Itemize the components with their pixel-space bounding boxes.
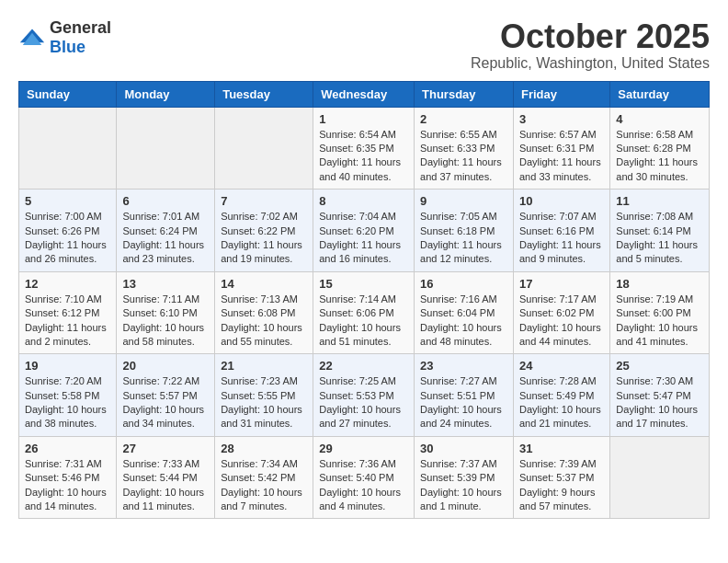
sunset-text: Sunset: 6:20 PM bbox=[319, 225, 393, 236]
daylight-text: Daylight: 11 hours and 30 minutes. bbox=[616, 156, 698, 181]
sunset-text: Sunset: 5:53 PM bbox=[319, 390, 393, 401]
weekday-header: Friday bbox=[513, 81, 609, 107]
calendar-cell: 5 Sunrise: 7:00 AM Sunset: 6:26 PM Dayli… bbox=[19, 190, 117, 272]
day-info: Sunrise: 7:37 AM Sunset: 5:39 PM Dayligh… bbox=[420, 457, 507, 514]
sunset-text: Sunset: 5:57 PM bbox=[122, 390, 197, 401]
calendar-cell: 28 Sunrise: 7:34 AM Sunset: 5:42 PM Dayl… bbox=[215, 436, 313, 519]
sunrise-text: Sunrise: 7:01 AM bbox=[122, 211, 199, 222]
day-info: Sunrise: 6:55 AM Sunset: 6:33 PM Dayligh… bbox=[420, 128, 507, 185]
day-number: 9 bbox=[420, 194, 507, 208]
day-number: 19 bbox=[25, 359, 110, 373]
calendar-cell: 4 Sunrise: 6:58 AM Sunset: 6:28 PM Dayli… bbox=[610, 107, 710, 190]
sunrise-text: Sunrise: 7:19 AM bbox=[616, 293, 693, 304]
sunrise-text: Sunrise: 6:58 AM bbox=[616, 129, 693, 140]
calendar-cell: 7 Sunrise: 7:02 AM Sunset: 6:22 PM Dayli… bbox=[215, 190, 313, 272]
calendar-cell bbox=[19, 107, 117, 190]
sunrise-text: Sunrise: 7:14 AM bbox=[319, 293, 396, 304]
day-number: 21 bbox=[221, 359, 307, 373]
title-block: October 2025 Republic, Washington, Unite… bbox=[471, 18, 710, 72]
day-number: 4 bbox=[616, 112, 703, 126]
weekday-header: Saturday bbox=[610, 81, 710, 107]
sunrise-text: Sunrise: 7:07 AM bbox=[519, 211, 597, 222]
daylight-text: Daylight: 11 hours and 2 minutes. bbox=[25, 322, 107, 347]
logo: General Blue bbox=[18, 18, 111, 57]
day-info: Sunrise: 7:25 AM Sunset: 5:53 PM Dayligh… bbox=[319, 374, 408, 431]
sunrise-text: Sunrise: 7:16 AM bbox=[420, 293, 497, 304]
day-number: 6 bbox=[122, 194, 209, 208]
daylight-text: Daylight: 10 hours and 44 minutes. bbox=[519, 322, 601, 347]
calendar-cell: 29 Sunrise: 7:36 AM Sunset: 5:40 PM Dayl… bbox=[313, 436, 415, 519]
day-number: 2 bbox=[420, 112, 507, 126]
sunset-text: Sunset: 5:39 PM bbox=[420, 472, 495, 483]
day-number: 17 bbox=[519, 277, 604, 291]
calendar-week-row: 5 Sunrise: 7:00 AM Sunset: 6:26 PM Dayli… bbox=[19, 190, 710, 272]
daylight-text: Daylight: 10 hours and 17 minutes. bbox=[616, 404, 698, 429]
calendar-cell: 21 Sunrise: 7:23 AM Sunset: 5:55 PM Dayl… bbox=[215, 354, 313, 437]
day-info: Sunrise: 7:01 AM Sunset: 6:24 PM Dayligh… bbox=[122, 210, 209, 267]
day-info: Sunrise: 7:23 AM Sunset: 5:55 PM Dayligh… bbox=[221, 374, 307, 431]
day-number: 11 bbox=[616, 194, 703, 208]
day-number: 31 bbox=[519, 442, 604, 455]
calendar-cell: 17 Sunrise: 7:17 AM Sunset: 6:02 PM Dayl… bbox=[513, 271, 609, 354]
sunset-text: Sunset: 6:16 PM bbox=[519, 225, 594, 236]
calendar-table: SundayMondayTuesdayWednesdayThursdayFrid… bbox=[18, 81, 710, 520]
daylight-text: Daylight: 11 hours and 23 minutes. bbox=[122, 239, 204, 264]
calendar-cell bbox=[215, 107, 313, 190]
sunrise-text: Sunrise: 7:10 AM bbox=[25, 293, 102, 304]
month-title: October 2025 bbox=[471, 18, 710, 55]
daylight-text: Daylight: 10 hours and 34 minutes. bbox=[122, 404, 204, 429]
sunset-text: Sunset: 6:24 PM bbox=[122, 225, 197, 236]
daylight-text: Daylight: 10 hours and 51 minutes. bbox=[319, 322, 401, 347]
weekday-header: Tuesday bbox=[215, 81, 313, 107]
sunrise-text: Sunrise: 7:37 AM bbox=[420, 458, 497, 469]
sunrise-text: Sunrise: 7:39 AM bbox=[519, 458, 597, 469]
daylight-text: Daylight: 9 hours and 57 minutes. bbox=[519, 487, 596, 511]
sunrise-text: Sunrise: 7:31 AM bbox=[25, 458, 102, 469]
sunset-text: Sunset: 6:35 PM bbox=[319, 143, 393, 154]
sunset-text: Sunset: 5:40 PM bbox=[319, 472, 393, 483]
day-number: 28 bbox=[221, 442, 307, 455]
daylight-text: Daylight: 10 hours and 38 minutes. bbox=[25, 404, 107, 429]
day-number: 16 bbox=[420, 277, 507, 291]
daylight-text: Daylight: 10 hours and 24 minutes. bbox=[420, 404, 502, 429]
daylight-text: Daylight: 10 hours and 21 minutes. bbox=[519, 404, 601, 429]
calendar-cell: 24 Sunrise: 7:28 AM Sunset: 5:49 PM Dayl… bbox=[513, 354, 609, 437]
sunrise-text: Sunrise: 7:34 AM bbox=[221, 458, 298, 469]
day-number: 14 bbox=[221, 277, 307, 291]
calendar-cell: 22 Sunrise: 7:25 AM Sunset: 5:53 PM Dayl… bbox=[313, 354, 415, 437]
day-info: Sunrise: 6:54 AM Sunset: 6:35 PM Dayligh… bbox=[319, 128, 408, 185]
day-number: 3 bbox=[519, 112, 604, 126]
sunrise-text: Sunrise: 7:05 AM bbox=[420, 211, 497, 222]
sunrise-text: Sunrise: 7:36 AM bbox=[319, 458, 396, 469]
daylight-text: Daylight: 11 hours and 33 minutes. bbox=[519, 156, 601, 181]
day-info: Sunrise: 6:58 AM Sunset: 6:28 PM Dayligh… bbox=[616, 128, 703, 185]
page-header: General Blue October 2025 Republic, Wash… bbox=[18, 18, 710, 72]
day-info: Sunrise: 7:34 AM Sunset: 5:42 PM Dayligh… bbox=[221, 457, 307, 514]
day-info: Sunrise: 7:02 AM Sunset: 6:22 PM Dayligh… bbox=[221, 210, 307, 267]
day-number: 29 bbox=[319, 442, 408, 455]
daylight-text: Daylight: 11 hours and 19 minutes. bbox=[221, 239, 302, 264]
day-info: Sunrise: 7:00 AM Sunset: 6:26 PM Dayligh… bbox=[25, 210, 110, 267]
logo-blue: Blue bbox=[50, 38, 85, 56]
day-number: 22 bbox=[319, 359, 408, 373]
calendar-cell: 14 Sunrise: 7:13 AM Sunset: 6:08 PM Dayl… bbox=[215, 271, 313, 354]
daylight-text: Daylight: 10 hours and 41 minutes. bbox=[616, 322, 698, 347]
calendar-cell: 3 Sunrise: 6:57 AM Sunset: 6:31 PM Dayli… bbox=[513, 107, 609, 190]
daylight-text: Daylight: 10 hours and 7 minutes. bbox=[221, 487, 302, 511]
day-info: Sunrise: 7:04 AM Sunset: 6:20 PM Dayligh… bbox=[319, 210, 408, 267]
calendar-cell: 26 Sunrise: 7:31 AM Sunset: 5:46 PM Dayl… bbox=[19, 436, 117, 519]
calendar-cell: 12 Sunrise: 7:10 AM Sunset: 6:12 PM Dayl… bbox=[19, 271, 117, 354]
sunset-text: Sunset: 6:14 PM bbox=[616, 225, 690, 236]
day-info: Sunrise: 7:08 AM Sunset: 6:14 PM Dayligh… bbox=[616, 210, 703, 267]
sunset-text: Sunset: 6:12 PM bbox=[25, 307, 99, 318]
day-info: Sunrise: 7:20 AM Sunset: 5:58 PM Dayligh… bbox=[25, 374, 110, 431]
calendar-cell: 13 Sunrise: 7:11 AM Sunset: 6:10 PM Dayl… bbox=[117, 271, 215, 354]
sunrise-text: Sunrise: 7:23 AM bbox=[221, 375, 298, 386]
day-number: 30 bbox=[420, 442, 507, 455]
day-info: Sunrise: 7:19 AM Sunset: 6:00 PM Dayligh… bbox=[616, 293, 703, 350]
sunset-text: Sunset: 6:26 PM bbox=[25, 225, 99, 236]
day-info: Sunrise: 7:27 AM Sunset: 5:51 PM Dayligh… bbox=[420, 374, 507, 431]
day-info: Sunrise: 7:39 AM Sunset: 5:37 PM Dayligh… bbox=[519, 457, 604, 514]
daylight-text: Daylight: 11 hours and 37 minutes. bbox=[420, 156, 502, 181]
logo-general: General bbox=[50, 18, 111, 37]
